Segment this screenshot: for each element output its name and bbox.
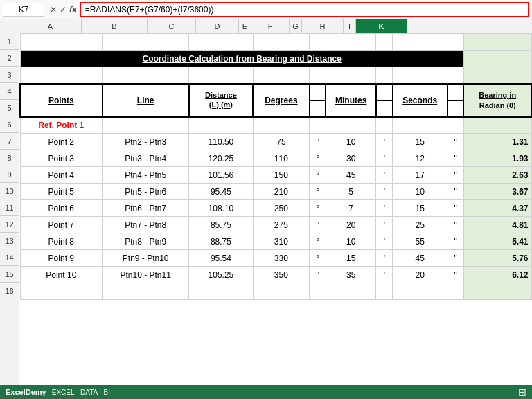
cell-c10-line[interactable]: Ptn5 - Ptn6 — [103, 184, 189, 200]
cell-d11-dist[interactable]: 108.10 — [189, 200, 253, 217]
cell-h16[interactable] — [376, 283, 393, 300]
cell-c1[interactable] — [103, 34, 189, 51]
cell-g13-min[interactable]: 10 — [326, 233, 375, 250]
cell-b9-points[interactable]: Point 4 — [20, 167, 103, 184]
cell-g3[interactable] — [326, 67, 375, 84]
cell-c8-line[interactable]: Ptn3 - Ptn4 — [103, 150, 189, 167]
cell-i16[interactable] — [393, 283, 447, 300]
cell-g14-min[interactable]: 15 — [326, 250, 375, 267]
cell-d7-dist[interactable]: 110.50 — [189, 134, 253, 150]
cell-i6[interactable] — [393, 117, 447, 134]
cell-b8-points[interactable]: Point 3 — [20, 150, 103, 167]
cell-i12-sec[interactable]: 25 — [393, 217, 447, 233]
cell-c14-line[interactable]: Ptn9 - Ptn10 — [103, 250, 189, 267]
cell-i13-sec[interactable]: 55 — [393, 233, 447, 250]
cell-k2[interactable] — [463, 51, 531, 67]
cell-g16[interactable] — [326, 283, 375, 300]
cell-k3[interactable] — [463, 67, 531, 84]
cell-c9-line[interactable]: Ptn4 - Ptn5 — [103, 167, 189, 184]
col-header-i[interactable]: I — [344, 19, 356, 33]
cell-d3[interactable] — [189, 67, 253, 84]
cell-h3[interactable] — [376, 67, 393, 84]
cell-i3[interactable] — [393, 67, 447, 84]
cell-i1[interactable] — [393, 34, 447, 51]
cell-k13-bearing[interactable]: 5.41 — [463, 233, 531, 250]
cell-d10-dist[interactable]: 95.45 — [189, 184, 253, 200]
cell-g12-min[interactable]: 20 — [326, 217, 375, 233]
cell-k14-bearing[interactable]: 5.76 — [463, 250, 531, 267]
cell-f1[interactable] — [310, 34, 326, 51]
cell-k15-bearing[interactable]: 6.12 — [463, 267, 531, 283]
cell-g11-min[interactable]: 7 — [326, 200, 375, 217]
cell-g15-min[interactable]: 35 — [326, 267, 375, 283]
cell-b14-points[interactable]: Point 9 — [20, 250, 103, 267]
cell-i15-sec[interactable]: 20 — [393, 267, 447, 283]
col-header-a[interactable]: A — [19, 19, 82, 33]
cell-b11-points[interactable]: Point 6 — [20, 200, 103, 217]
col-header-h[interactable]: H — [302, 19, 344, 33]
cell-c16[interactable] — [103, 283, 189, 300]
cell-ref-box[interactable]: K7 — [3, 3, 44, 17]
col-header-d[interactable]: D — [196, 19, 239, 33]
col-header-e[interactable]: E — [239, 19, 251, 33]
cell-k6[interactable] — [463, 117, 531, 134]
cell-f3[interactable] — [310, 67, 326, 84]
cell-d12-dist[interactable]: 85.75 — [189, 217, 253, 233]
cell-g7-min[interactable]: 10 — [326, 134, 375, 150]
cell-e3[interactable] — [253, 67, 310, 84]
cell-e16[interactable] — [253, 283, 310, 300]
cell-e7-deg[interactable]: 75 — [253, 134, 310, 150]
cell-j1[interactable] — [447, 34, 464, 51]
cell-i9-sec[interactable]: 17 — [393, 167, 447, 184]
cell-e1[interactable] — [253, 34, 310, 51]
cell-g8-min[interactable]: 30 — [326, 150, 375, 167]
cell-e10-deg[interactable]: 210 — [253, 184, 310, 200]
cell-c12-line[interactable]: Ptn7 - Ptn8 — [103, 217, 189, 233]
cell-c3[interactable] — [103, 67, 189, 84]
cell-d6[interactable] — [189, 117, 253, 134]
cell-b3[interactable] — [20, 67, 103, 84]
cell-b16[interactable] — [20, 283, 103, 300]
cell-j3[interactable] — [447, 67, 464, 84]
cell-k8-bearing[interactable]: 1.93 — [463, 150, 531, 167]
col-header-k[interactable]: K — [356, 19, 407, 33]
cell-g1[interactable] — [326, 34, 375, 51]
cell-b13-points[interactable]: Point 8 — [20, 233, 103, 250]
cell-k11-bearing[interactable]: 4.37 — [463, 200, 531, 217]
col-header-f[interactable]: F — [251, 19, 290, 33]
cell-k7-bearing[interactable]: 1.31 — [463, 134, 531, 150]
cell-k1[interactable] — [463, 34, 531, 51]
cell-i10-sec[interactable]: 10 — [393, 184, 447, 200]
cell-j16[interactable] — [447, 283, 464, 300]
cell-e6[interactable] — [253, 117, 310, 134]
col-header-c[interactable]: C — [148, 19, 196, 33]
cell-h6[interactable] — [376, 117, 393, 134]
cell-f6[interactable] — [310, 117, 326, 134]
cell-b1[interactable] — [20, 34, 103, 51]
cell-d15-dist[interactable]: 105.25 — [189, 267, 253, 283]
cell-i8-sec[interactable]: 12 — [393, 150, 447, 167]
cell-h1[interactable] — [376, 34, 393, 51]
cell-c6[interactable] — [103, 117, 189, 134]
cell-g6[interactable] — [326, 117, 375, 134]
formula-input[interactable]: =RADIANS(E7+(G7/60)+(I7/3600)) — [80, 2, 529, 17]
cell-e14-deg[interactable]: 330 — [253, 250, 310, 267]
cell-i11-sec[interactable]: 15 — [393, 200, 447, 217]
cell-b10-points[interactable]: Point 5 — [20, 184, 103, 200]
cell-c11-line[interactable]: Ptn6 - Ptn7 — [103, 200, 189, 217]
cell-e11-deg[interactable]: 250 — [253, 200, 310, 217]
cell-d1[interactable] — [189, 34, 253, 51]
cell-c7-line[interactable]: Ptn2 - Ptn3 — [103, 134, 189, 150]
cell-k9-bearing[interactable]: 2.63 — [463, 167, 531, 184]
cell-k16[interactable] — [463, 283, 531, 300]
cell-b7-points[interactable]: Point 2 — [20, 134, 103, 150]
resize-handle[interactable]: ⊞ — [518, 387, 526, 398]
cell-j6[interactable] — [447, 117, 464, 134]
cell-ref-point[interactable]: Ref. Point 1 — [20, 117, 103, 134]
cell-d9-dist[interactable]: 101.56 — [189, 167, 253, 184]
title-cell[interactable]: Coordinate Calculation from Bearing and … — [20, 51, 463, 67]
cell-d14-dist[interactable]: 95.54 — [189, 250, 253, 267]
cell-e8-deg[interactable]: 110 — [253, 150, 310, 167]
cell-e9-deg[interactable]: 150 — [253, 167, 310, 184]
cell-d13-dist[interactable]: 88.75 — [189, 233, 253, 250]
